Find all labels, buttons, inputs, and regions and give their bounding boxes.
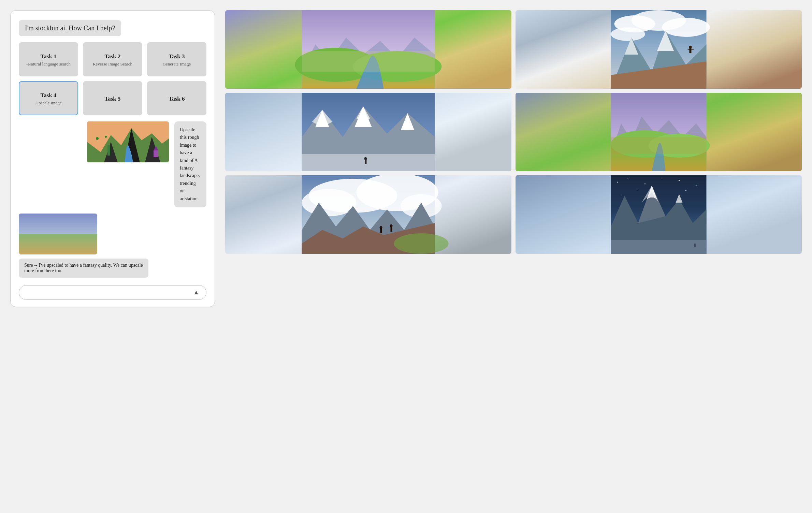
svg-rect-19	[302, 51, 435, 72]
gallery-image-1[interactable]	[225, 10, 511, 89]
svg-rect-39	[302, 154, 435, 171]
svg-rect-5	[154, 150, 158, 157]
svg-point-59	[394, 233, 449, 254]
svg-point-63	[644, 184, 646, 185]
svg-point-41	[364, 157, 367, 160]
svg-point-62	[628, 178, 628, 179]
gallery-image-3[interactable]	[225, 93, 511, 171]
svg-rect-30	[688, 49, 694, 50]
svg-rect-75	[611, 240, 707, 254]
svg-point-24	[611, 27, 645, 41]
task1-subtitle: -Natural language search	[26, 61, 71, 67]
greeting-bubble: I'm stockbin ai. How Can I help?	[19, 20, 121, 36]
svg-point-23	[662, 18, 710, 37]
svg-point-68	[685, 190, 686, 191]
response-text: Sure -- I've upscaled to have a fantasy …	[24, 263, 143, 273]
task-card-2[interactable]: Task 2 Reverse Image Search	[83, 42, 142, 76]
svg-point-67	[638, 189, 639, 189]
svg-rect-55	[380, 228, 382, 233]
task4-title: Task 4	[40, 92, 56, 99]
svg-marker-13	[70, 222, 94, 254]
svg-marker-10	[19, 224, 97, 254]
svg-point-66	[696, 185, 697, 186]
send-button[interactable]: ▲	[192, 289, 201, 296]
response-bubble: Sure -- I've upscaled to have a fantasy …	[19, 259, 148, 278]
upscaled-image	[19, 214, 97, 254]
svg-marker-12	[19, 229, 39, 254]
svg-point-61	[617, 182, 618, 183]
task-card-1[interactable]: Task 1 -Natural language search	[19, 42, 78, 76]
gallery-image-5[interactable]	[225, 175, 511, 254]
svg-rect-76	[695, 244, 696, 247]
svg-marker-11	[19, 231, 56, 254]
svg-point-7	[96, 137, 99, 140]
task-card-5[interactable]: Task 5	[83, 81, 142, 115]
task1-title: Task 1	[40, 53, 56, 60]
sketch-image	[87, 121, 169, 162]
svg-point-56	[380, 226, 382, 229]
svg-rect-57	[391, 226, 392, 232]
gallery-panel	[225, 10, 802, 254]
task4-subtitle: Upscale image	[35, 100, 62, 106]
svg-point-65	[679, 180, 680, 181]
gallery-image-2[interactable]	[516, 10, 802, 89]
task2-subtitle: Reverse Image Search	[93, 61, 132, 67]
svg-rect-40	[365, 159, 367, 164]
sketch-prompt-row: Upscale this rough image to have a kind …	[19, 121, 206, 207]
task-card-3[interactable]: Task 3 Generate Image	[147, 42, 206, 76]
gallery-image-4[interactable]	[516, 93, 802, 171]
task-card-6[interactable]: Task 6	[147, 81, 206, 115]
svg-point-58	[390, 224, 393, 227]
prompt-bubble: Upscale this rough image to have a kind …	[174, 121, 206, 207]
task2-title: Task 2	[104, 53, 120, 60]
prompt-text: Upscale this rough image to have a kind …	[180, 127, 200, 201]
task6-title: Task 6	[169, 96, 185, 102]
task3-title: Task 3	[169, 53, 185, 60]
svg-point-8	[105, 136, 107, 138]
task-card-4[interactable]: Task 4 Upscale image	[19, 81, 78, 115]
task3-subtitle: Generate Image	[163, 61, 191, 67]
task5-title: Task 5	[104, 96, 120, 102]
svg-point-64	[662, 178, 663, 178]
svg-point-69	[621, 194, 622, 194]
task-grid: Task 1 -Natural language search Task 2 R…	[19, 42, 206, 115]
svg-rect-9	[19, 214, 97, 254]
svg-point-29	[689, 46, 692, 48]
bottom-section: Sure -- I've upscaled to have a fantasy …	[19, 214, 206, 278]
svg-rect-28	[690, 48, 692, 53]
gallery-image-6[interactable]	[516, 175, 802, 254]
chat-input-area: ▲	[19, 285, 206, 300]
chat-panel: I'm stockbin ai. How Can I help? Task 1 …	[10, 10, 215, 307]
chat-input[interactable]	[25, 290, 192, 295]
svg-rect-47	[611, 137, 707, 154]
